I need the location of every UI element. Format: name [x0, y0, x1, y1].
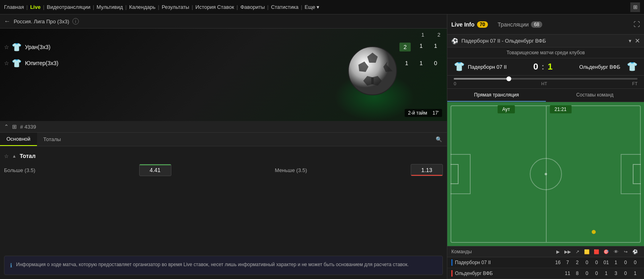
nav-stats[interactable]: Статистика [271, 4, 298, 10]
match-subtitle: Товарищеские матчи среди клубов [447, 47, 644, 58]
stats-t2-v8: 1 [630, 271, 640, 276]
nav-sep-6: | [191, 4, 193, 10]
progress-fill [454, 78, 509, 80]
nav-multiview[interactable]: Мультивид [97, 4, 123, 10]
stats-col-red: 🟥 [592, 249, 601, 254]
stats-col-possession: 👁 [611, 249, 621, 254]
stats-t2-v2: 8 [572, 271, 582, 276]
fullscreen-button[interactable]: ⛶ [634, 21, 640, 28]
live-content-tabs: Прямая трансляция Составы команд [447, 89, 644, 102]
nav-history[interactable]: История Ставок [195, 4, 234, 10]
nav-sep-8: | [267, 4, 268, 10]
nav-home[interactable]: Главная [4, 4, 24, 10]
right-team1: 👕 Падерборн 07 II [454, 62, 507, 72]
team2-score1: 1 [403, 60, 411, 66]
top-navigation: Главная | Live | Видеотрансляции | Мульт… [0, 0, 644, 14]
score-center: 0 : 1 [533, 62, 553, 72]
info-disclaimer-text: Информация о ходе матча, которую предост… [16, 261, 409, 270]
trans-count: 68 [531, 21, 542, 28]
stats-t1-v3: 2 [572, 260, 582, 265]
collapse-button[interactable]: ⌃ [4, 123, 9, 130]
match-time: 2-й тайм 17' [405, 109, 442, 117]
right-team2-name: Ольденбург ВФБ [579, 64, 620, 70]
left-panel: ← Россия. Лига Про (3х3) i 1 2 ☆ 👕 Уран(… [0, 14, 447, 279]
nav-live[interactable]: Live [30, 4, 41, 10]
nav-video[interactable]: Видеотрансляции [47, 4, 90, 10]
team2-jersey-icon: 👕 [12, 58, 22, 68]
nav-sep-7: | [237, 4, 238, 10]
search-tab-button[interactable]: 🔍 [431, 133, 447, 146]
right-team2: Ольденбург ВФБ 👕 [579, 62, 638, 72]
bet2-button[interactable]: 1.13 [411, 164, 443, 176]
right-team1-jersey: 👕 [454, 62, 465, 72]
progress-labels: 0 HT FT [454, 80, 638, 88]
nav-results[interactable]: Результаты [162, 4, 189, 10]
progress-label-ft: FT [632, 81, 638, 86]
nav-favorites[interactable]: Фавориты [240, 4, 265, 10]
tab-main[interactable]: Основной [0, 133, 37, 146]
field-event-label: Аут [498, 105, 515, 113]
stats-col-teams: Команды [451, 249, 553, 254]
stats-row-team1: Падерборн 07 II 16 7 2 0 0 01 1 0 0 [447, 257, 644, 268]
betting-section: ☆ ▲ Тотал Больше (3.5) 4.41 Меньше (3.5)… [0, 146, 447, 252]
grid-view-button[interactable]: ⊞ [12, 123, 17, 130]
score-display: 👕 Падерборн 07 II 0 : 1 Ольденбург ВФБ 👕 [447, 58, 644, 76]
progress-track [454, 78, 638, 80]
tab-totals[interactable]: Тоталы [37, 133, 68, 146]
stats-t2-v7: 0 [621, 271, 630, 276]
penalty-right [621, 154, 641, 194]
dropdown-arrow-icon[interactable]: ▾ [629, 38, 632, 44]
team1-score2: 1 [417, 43, 425, 51]
team2-score3: 0 [432, 60, 440, 66]
section-title: Тотал [20, 153, 35, 159]
nav-more[interactable]: Еще ▾ [305, 4, 319, 10]
right-score2: 1 [547, 62, 552, 72]
right-panel: Live Info 70 Трансляции 68 ⛶ ⚽ Падерборн… [447, 14, 644, 279]
section-collapse-arrow[interactable]: ▲ [12, 154, 16, 158]
info-circle-icon: ℹ [10, 261, 12, 270]
nav-sep-2: | [43, 4, 44, 10]
field-inner [451, 105, 641, 243]
score-col-1: 1 [420, 32, 426, 38]
chevron-down-icon: ▾ [317, 4, 319, 10]
tab-live-broadcast[interactable]: Прямая трансляция [447, 89, 546, 102]
section-star[interactable]: ☆ [4, 153, 9, 159]
stats-team2-name: Ольденбург ВФБ [455, 271, 563, 276]
live-info-count: 70 [477, 21, 488, 28]
nav-sep-1: | [26, 4, 27, 10]
team1-star[interactable]: ☆ [4, 44, 9, 50]
stats-col-attacks: ▶ [553, 249, 563, 254]
progress-label-0: 0 [454, 81, 456, 86]
league-icon: ⚽ [451, 38, 458, 44]
right-team1-name: Падерборн 07 II [468, 64, 507, 70]
stats-t2-v3: 0 [582, 271, 592, 276]
stats-t1-v1: 16 [553, 260, 563, 265]
match-select-label: Падерборн 07 II - Ольденбург ВФБ [461, 38, 625, 44]
nav-sep-4: | [126, 4, 127, 10]
team1-name: Уран(3х3) [25, 44, 399, 50]
match-selector: ⚽ Падерборн 07 II - Ольденбург ВФБ ▾ ✕ [447, 35, 644, 47]
stats-t1-v6: 01 [601, 260, 611, 265]
tab-lineup[interactable]: Составы команд [546, 89, 644, 102]
close-match-button[interactable]: ✕ [635, 37, 640, 45]
match-minute: 17' [432, 110, 439, 116]
bet1-button[interactable]: 4.41 [139, 164, 171, 176]
stats-team1-name: Падерборн 07 II [455, 260, 553, 265]
stats-t1-v2: 7 [563, 260, 572, 265]
team1-score3: 1 [432, 43, 440, 51]
nav-calendar[interactable]: Календарь [129, 4, 156, 10]
stats-t1-v7: 1 [611, 260, 621, 265]
info-disclaimer-box: ℹ Информация о ходе матча, которую предо… [4, 256, 443, 275]
info-icon[interactable]: i [72, 18, 79, 25]
score-colon: : [541, 62, 544, 72]
team2-star[interactable]: ☆ [4, 60, 9, 66]
stats-t1-v5: 0 [592, 260, 601, 265]
trans-tab[interactable]: Трансляции 68 [498, 21, 542, 28]
live-info-tab[interactable]: Live Info 70 [451, 21, 488, 28]
total-section-header: ☆ ▲ Тотал [4, 150, 443, 162]
nav-sep-3: | [93, 4, 94, 10]
grid-icon[interactable]: ⊞ [630, 2, 640, 12]
stats-col-yellow: 🟨 [582, 249, 592, 254]
bet-row-total: Больше (3.5) 4.41 Меньше (3.5) 1.13 [4, 162, 443, 178]
back-button[interactable]: ← [4, 18, 10, 25]
